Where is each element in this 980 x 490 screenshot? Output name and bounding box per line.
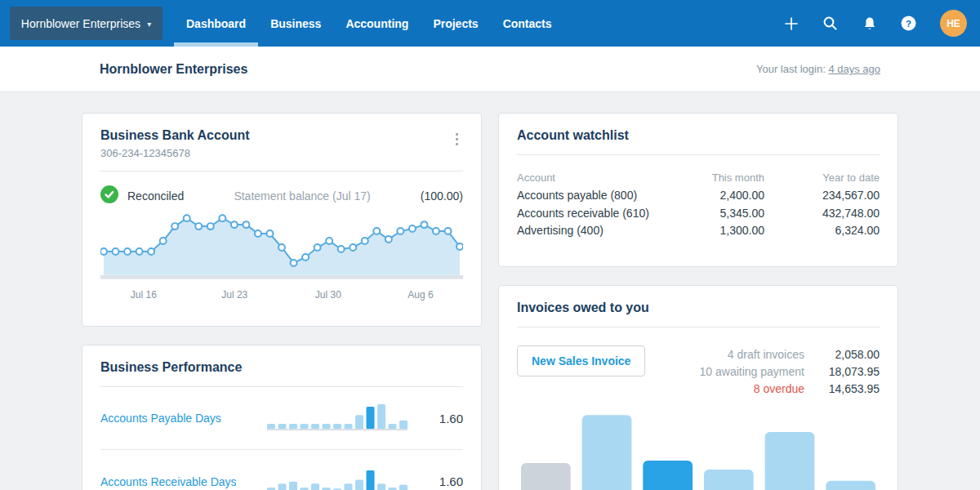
stat-row: 10 awaiting payment 18,073.95 — [700, 363, 880, 380]
year-to-date-value: 432,748.00 — [764, 207, 880, 220]
nav-item-dashboard[interactable]: Dashboard — [174, 0, 258, 47]
new-sales-invoice-button[interactable]: New Sales Invoice — [517, 345, 645, 376]
nav-item-accounting[interactable]: Accounting — [333, 0, 421, 47]
accounts-payable-days-link[interactable]: Accounts Payable Days — [100, 412, 267, 425]
nav-item-projects[interactable]: Projects — [421, 0, 490, 47]
chart-x-axis: Jul 16 Jul 23 Jul 30 Aug 6 — [100, 289, 463, 302]
bank-account-title: Business Bank Account — [100, 128, 250, 143]
divider — [517, 154, 880, 155]
invoices-owed-title: Invoices owed to you — [517, 301, 880, 315]
main-nav: Dashboard Business Accounting Projects C… — [174, 0, 564, 47]
reconciled-status: Reconciled — [127, 189, 184, 203]
year-to-date-value: 6,324.00 — [764, 224, 880, 237]
invoices-owed-card: Invoices owed to you New Sales Invoice 4… — [498, 285, 898, 490]
this-month-value: 1,300.00 — [666, 224, 764, 237]
reconciled-check-icon — [100, 185, 118, 207]
account-watchlist-card: Account watchlist Account This month Yea… — [498, 113, 898, 267]
top-navigation: Hornblower Enterprises ▾ Dashboard Busin… — [0, 0, 980, 47]
org-selector-label: Hornblower Enterprises — [21, 17, 140, 30]
bank-account-card: Business Bank Account 306-234-12345678 R… — [82, 113, 482, 327]
draft-invoices-value: 2,058.00 — [804, 348, 880, 361]
draft-invoices-label: 4 draft invoices — [728, 348, 804, 361]
receivable-days-value: 1.60 — [408, 474, 463, 488]
account-name: Accounts payable (800) — [517, 189, 666, 202]
stat-row: 8 overdue 14,653.95 — [700, 380, 880, 397]
x-tick: Jul 30 — [315, 289, 341, 301]
kebab-menu-icon[interactable] — [451, 130, 463, 149]
col-year-to-date: Year to date — [764, 172, 880, 184]
awaiting-payment-value: 18,073.95 — [804, 365, 880, 378]
payable-days-value: 1.60 — [408, 412, 463, 425]
page-title: Hornblower Enterprises — [100, 62, 247, 77]
business-performance-card: Business Performance Accounts Payable Da… — [82, 345, 482, 490]
payable-days-sparkline — [267, 403, 408, 433]
account-name: Advertising (400) — [517, 224, 666, 237]
watchlist-header-row: Account This month Year to date — [517, 169, 880, 187]
accounts-receivable-days-link[interactable]: Accounts Receivable Days — [100, 475, 267, 488]
year-to-date-value: 234,567.00 — [764, 189, 880, 202]
svg-text:?: ? — [906, 19, 911, 29]
user-avatar[interactable]: HE — [940, 10, 967, 37]
statement-balance-label: Statement balance (Jul 17) — [234, 189, 370, 203]
divider — [517, 327, 880, 327]
invoices-bar-chart — [517, 399, 880, 490]
awaiting-payment-label: 10 awaiting payment — [700, 365, 804, 378]
stat-row: 4 draft invoices 2,058.00 — [700, 345, 880, 363]
this-month-value: 5,345.00 — [666, 207, 764, 220]
table-row: Accounts receivable (610) 5,345.00 432,7… — [517, 204, 880, 222]
bank-balance-chart — [100, 212, 463, 279]
nav-item-contacts[interactable]: Contacts — [491, 0, 564, 47]
table-row: Accounts payable (800) 2,400.00 234,567.… — [517, 187, 880, 205]
account-watchlist-title: Account watchlist — [517, 128, 880, 143]
bell-icon[interactable] — [862, 16, 877, 31]
last-login: Your last login: 4 days ago — [756, 63, 880, 75]
bank-account-number: 306-234-12345678 — [100, 147, 250, 159]
plus-icon[interactable] — [783, 16, 799, 31]
nav-item-business[interactable]: Business — [258, 0, 333, 47]
statement-balance-value: (100.00) — [421, 189, 463, 203]
col-account: Account — [517, 172, 666, 184]
last-login-label: Your last login: — [756, 63, 826, 75]
receivable-days-sparkline — [267, 467, 408, 490]
performance-row: Accounts Payable Days 1.60 — [100, 387, 463, 450]
business-performance-title: Business Performance — [100, 360, 463, 375]
overdue-label: 8 overdue — [754, 382, 804, 395]
chevron-down-icon: ▾ — [147, 20, 151, 29]
invoice-stats: 4 draft invoices 2,058.00 10 awaiting pa… — [700, 345, 880, 397]
org-selector[interactable]: Hornblower Enterprises ▾ — [10, 7, 163, 40]
search-icon[interactable] — [822, 16, 838, 31]
x-tick: Aug 6 — [408, 289, 433, 301]
this-month-value: 2,400.00 — [666, 189, 764, 202]
table-row: Advertising (400) 1,300.00 6,324.00 — [517, 222, 880, 240]
last-login-link[interactable]: 4 days ago — [828, 63, 880, 75]
watchlist-table: Account This month Year to date Accounts… — [517, 169, 880, 239]
col-this-month: This month — [666, 172, 764, 184]
x-tick: Jul 16 — [131, 289, 157, 301]
help-icon[interactable]: ? — [901, 16, 916, 31]
account-name: Accounts receivable (610) — [517, 207, 666, 220]
divider — [100, 171, 463, 172]
x-tick: Jul 23 — [221, 289, 247, 301]
performance-row: Accounts Receivable Days 1.60 — [100, 450, 463, 490]
overdue-value: 14,653.95 — [804, 382, 880, 395]
dashboard-content: Business Bank Account 306-234-12345678 R… — [0, 92, 980, 490]
page-header: Hornblower Enterprises Your last login: … — [0, 47, 980, 92]
